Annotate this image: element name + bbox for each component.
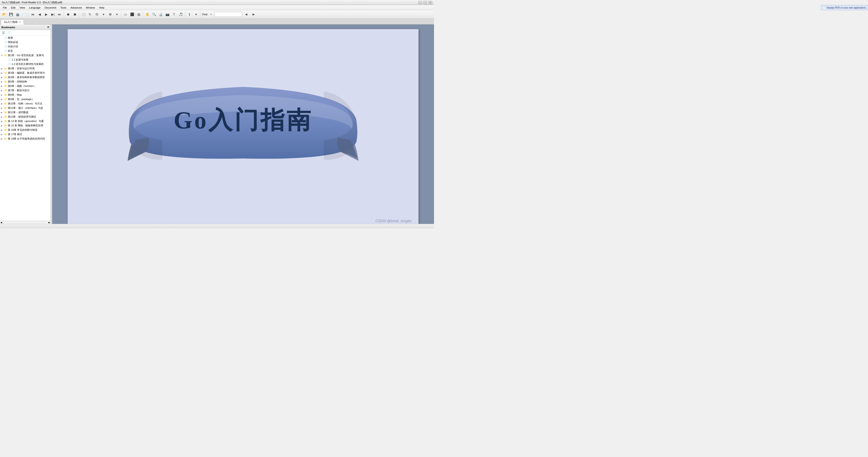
- multimedia-btn[interactable]: 🎵: [178, 11, 184, 18]
- bookmark-item[interactable]: ▶📁第 18章 出于性能考虑的实用代码: [0, 137, 51, 141]
- bookmark-label: 第5章：控制结构: [8, 80, 27, 83]
- tab-bar: Go入门指南 ✕: [0, 19, 434, 25]
- save-button[interactable]: 💾: [8, 11, 14, 18]
- pdf-area[interactable]: Go入门指南 CSDN @book_longke: [52, 25, 434, 224]
- info-tools: ℹ ▾: [186, 11, 199, 18]
- menu-advanced[interactable]: Advanced: [68, 6, 84, 9]
- minimize-button[interactable]: —: [418, 1, 422, 4]
- maximize-button[interactable]: □: [423, 1, 427, 4]
- bookmark-page-icon: 📁: [4, 116, 7, 118]
- menu-language[interactable]: Language: [27, 6, 42, 9]
- play-full-button[interactable]: ⏺: [65, 11, 71, 18]
- bookmark-item[interactable]: ▼📁第1章：Go 语言的起源，发展与: [0, 53, 51, 58]
- find-input[interactable]: [214, 12, 242, 17]
- bookmark-item[interactable]: ▶📁第9章：包（package）: [0, 97, 51, 102]
- bookmark-item[interactable]: 📄1.1 起源与发展: [0, 58, 51, 62]
- bookmark-item[interactable]: ▶📁第2章：安装与运行环境: [0, 66, 51, 71]
- bookmark-label: 第7章：数组与切片: [8, 89, 30, 92]
- sidebar-close-icon[interactable]: ✕: [47, 26, 49, 29]
- zoom-dropdown[interactable]: ▾: [100, 11, 107, 18]
- single-page-btn[interactable]: ▭: [122, 11, 129, 18]
- sidebar-header: Bookmarks ✕: [0, 25, 51, 30]
- info-dropdown[interactable]: ▾: [193, 11, 199, 18]
- bookmark-item[interactable]: ▶📁第 14 章 协程（goroutine）与通: [0, 119, 51, 123]
- expand-icon: ▶: [1, 94, 3, 96]
- print-button[interactable]: 🖨️: [14, 11, 21, 18]
- bookmark-item[interactable]: ▶📁第7章：数组与切片: [0, 88, 51, 93]
- first-page-button[interactable]: ⏮: [30, 11, 36, 18]
- bookmark-page-icon: 📁: [4, 89, 7, 92]
- title-bar-controls: — □ ✕: [418, 1, 432, 4]
- bookmark-add-btn[interactable]: 📄: [6, 31, 11, 35]
- bookmark-item[interactable]: ▶📁第4章：基本结构和基本数据类型: [0, 75, 51, 80]
- stop-button[interactable]: ⏹: [71, 11, 78, 18]
- scroll-right-icon[interactable]: ▶: [49, 221, 50, 224]
- hand-tool-btn[interactable]: ✋: [144, 11, 151, 18]
- find-dropdown[interactable]: ▾: [209, 11, 213, 18]
- toolbar: 📂 💾 🖨️ ✉️ ⏮ ◀ ▶ ▶| ⏭ ⏺ ⏹ ⬜ ↻ ⊖ ▾ ⊕ ▾ ▭ ⬛…: [0, 10, 434, 19]
- bookmark-item[interactable]: ▶📁第12章：读写数据: [0, 110, 51, 115]
- expand-icon: ▶: [1, 81, 3, 83]
- expand-icon: ▶: [1, 76, 3, 79]
- fit-page-button[interactable]: ⬜: [80, 11, 87, 18]
- menu-view[interactable]: View: [18, 6, 27, 9]
- select-btn[interactable]: 🔍: [151, 11, 157, 18]
- bookmark-item[interactable]: ▶📁第3章：编辑器、集成开发环境与: [0, 71, 51, 75]
- tab-main-doc[interactable]: Go入门指南 ✕: [1, 20, 24, 25]
- bookmark-item[interactable]: ▶📁第11章：接口（interface）与反: [0, 106, 51, 110]
- bookmark-item[interactable]: 📄内容介绍: [0, 45, 51, 49]
- bookmark-label: 致谢: [8, 36, 13, 39]
- zoom-marquee-btn[interactable]: 🔬: [157, 11, 164, 18]
- bookmark-label: 第12章：读写数据: [8, 111, 28, 114]
- menu-document[interactable]: Document: [43, 6, 58, 9]
- bookmark-item[interactable]: ▶📁第13章：错误处理与测试: [0, 115, 51, 119]
- bookmark-page-icon: 📁: [4, 76, 7, 79]
- email-button[interactable]: ✉️: [21, 11, 28, 18]
- snapshot-btn[interactable]: 📷: [164, 11, 170, 18]
- bookmark-page-icon: 📄: [4, 50, 7, 52]
- bookmark-item[interactable]: ▶📁第5章：控制结构: [0, 80, 51, 84]
- bookmark-page-icon: 📄: [8, 58, 11, 61]
- text-btn[interactable]: T: [171, 11, 177, 18]
- zoom-in-btn[interactable]: ⊕: [107, 11, 113, 18]
- bookmark-delete-btn[interactable]: 🗑️: [1, 31, 6, 35]
- continuous-btn[interactable]: ⬛: [129, 11, 135, 18]
- zoom-out-btn[interactable]: ⊖: [93, 11, 100, 18]
- zoom-level-btn[interactable]: ▾: [114, 11, 120, 18]
- bookmark-label: 第10章：结构（struct）与方法: [8, 102, 42, 105]
- bookmark-item[interactable]: ▶📁第6章：函数（function）: [0, 84, 51, 88]
- play-button[interactable]: ▶: [43, 11, 50, 18]
- menu-edit[interactable]: Edit: [9, 6, 17, 9]
- bookmark-item[interactable]: ▶📁第 16章 常见的邻阱与错误: [0, 128, 51, 132]
- bookmark-item[interactable]: ▶📁第8章：Map: [0, 93, 51, 97]
- bookmark-page-icon: 📁: [4, 107, 7, 109]
- bookmark-item[interactable]: ▶📁第 17章 模式: [0, 132, 51, 137]
- bookmark-item[interactable]: 📄致谢: [0, 35, 51, 40]
- bookmark-list[interactable]: 📄致谢 📄阅前必读 📄内容介绍 📄前言▼📁第1章：Go 语言的起源，发展与 📄1…: [0, 35, 51, 221]
- info-btn[interactable]: ℹ: [186, 11, 192, 18]
- scroll-left-icon[interactable]: ◀: [0, 221, 2, 224]
- bookmark-item[interactable]: 📄阅前必读: [0, 40, 51, 45]
- facing-btn[interactable]: ▨: [135, 11, 142, 18]
- menu-window[interactable]: Window: [84, 6, 97, 9]
- bookmark-page-icon: 📄: [4, 36, 7, 39]
- menu-tools[interactable]: Tools: [58, 6, 68, 9]
- menu-help[interactable]: Help: [97, 6, 106, 9]
- bookmark-item[interactable]: ▶📁第10章：结构（struct）与方法: [0, 102, 51, 106]
- bookmark-item[interactable]: 📄前言: [0, 49, 51, 53]
- sidebar-title: Bookmarks: [1, 26, 15, 29]
- rotate-button[interactable]: ↻: [87, 11, 93, 18]
- tab-close-icon[interactable]: ✕: [19, 21, 21, 23]
- close-window-button[interactable]: ✕: [429, 1, 432, 4]
- menu-file[interactable]: File: [1, 6, 9, 9]
- bookmark-item[interactable]: ▶📁第 15 章 网络、模板和网页应用: [0, 123, 51, 128]
- find-next-btn[interactable]: ▶: [250, 11, 257, 18]
- prev-page-button[interactable]: ◀: [36, 11, 43, 18]
- find-prev-btn[interactable]: ◀: [243, 11, 249, 18]
- next-page-button[interactable]: ▶|: [50, 11, 56, 18]
- bookmark-page-icon: 📁: [4, 80, 7, 83]
- last-page-button[interactable]: ⏭: [56, 11, 63, 18]
- bookmark-item[interactable]: 📄1.2 语言的主要特性与发展的: [0, 62, 51, 66]
- open-button[interactable]: 📂: [1, 11, 7, 18]
- tab-label: Go入门指南: [4, 20, 18, 24]
